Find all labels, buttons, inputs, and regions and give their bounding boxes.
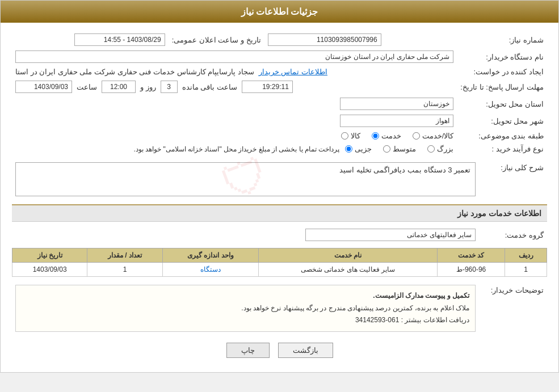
purchase-type-mid-label: متوسط (393, 145, 416, 153)
buyer-note-line-3: دریافت اطلاعات بیشتر : 061-34142593 (22, 314, 469, 327)
need-description-value: 🛡 تعمیر 3 دستگاه بمب دیافراگمی تخلیه اسی… (12, 160, 479, 199)
category-option-kala-label: کالا (351, 132, 360, 140)
col-service-name: نام خدمت (259, 248, 438, 263)
buyer-note-line-1: تکمیل و پیوست مدارک الزامیست. (22, 290, 469, 302)
delivery-city-input: اهواز (340, 115, 453, 127)
category-option-khadmat[interactable]: خدمت (372, 132, 401, 140)
button-row: بازگشت چاپ (12, 343, 547, 358)
category-label: طبقه بندی موضوعی: (457, 129, 547, 142)
delivery-city-value: اهواز (12, 112, 457, 129)
col-unit: واحد اندازه گیری (162, 248, 258, 263)
purchase-type-note: پرداخت تمام یا بخشی از مبلغ خریداز محل "… (133, 145, 339, 153)
page-header: جزئیات اطلاعات نیاز (1, 1, 558, 23)
need-number-input: 1103093985007996 (268, 33, 381, 46)
need-number-value: 1103093985007996 (264, 31, 457, 48)
cell-1: 960-96-ط (438, 263, 505, 277)
cell-5: 1403/09/03 (12, 263, 87, 277)
need-number-label: شماره نیاز: (457, 31, 547, 48)
purchase-type-row: بزرگ متوسط جزیی پ (12, 142, 457, 155)
service-group-table: گروه خدمت: سایر فعالیتهای خدماتی (12, 226, 547, 243)
back-button[interactable]: بازگشت (278, 343, 333, 358)
buyer-notes-table: توضیحات خریدار: تکمیل و پیوست مدارک الزا… (12, 283, 547, 334)
buyer-notes-value: تکمیل و پیوست مدارک الزامیست. ملاک اعلام… (12, 283, 479, 334)
contact-link[interactable]: اطلاعات تماس خریدار (259, 68, 327, 76)
buyer-org-value: شرکت ملی حفاری ایران در استان خوزستان (12, 48, 457, 65)
requester-label: ایجاد کننده در خواست: (457, 65, 547, 78)
purchase-type-radio-group: بزرگ متوسط جزیی (345, 145, 453, 153)
reply-deadline-label: مهلت ارسال پاسخ: تا تاریخ: (457, 78, 547, 95)
cell-0: 1 (505, 263, 547, 277)
purchase-type-radio-big[interactable] (427, 145, 435, 153)
buyer-notes-label: توضیحات خریدار: (479, 283, 547, 334)
requester-text: سجاد پارسایپام کارشناس خدمات فنی حفاری ش… (15, 68, 254, 76)
service-group-value: سایر فعالیتهای خدماتی (12, 226, 479, 243)
announcement-datetime-label: تاریخ و ساعت اعلان عمومی: (169, 31, 264, 48)
category-option-kala[interactable]: کالا (341, 132, 360, 140)
reply-remaining-time: 19:29:11 (242, 81, 293, 93)
col-date: تاریخ نیاز (12, 248, 87, 263)
cell-3: دستگاه (162, 263, 258, 277)
buyer-org-input: شرکت ملی حفاری ایران در استان خوزستان (15, 50, 453, 63)
purchase-type-small[interactable]: جزیی (345, 145, 372, 153)
category-radio-kala[interactable] (341, 132, 348, 140)
print-button[interactable]: چاپ (226, 343, 270, 358)
reply-remaining-label: ساعت باقی مانده (182, 83, 237, 91)
info-table: شماره نیاز: 1103093985007996 تاریخ و ساع… (12, 31, 547, 155)
reply-time-value: 12:00 (102, 81, 136, 93)
page-title: جزئیات اطلاعات نیاز (241, 7, 318, 16)
delivery-province-value: خوزستان (12, 95, 457, 112)
delivery-city-label: شهر محل تحویل: (457, 112, 547, 129)
announcement-datetime-input: 1403/08/29 - 14:55 (74, 33, 165, 46)
buyer-org-label: نام دستگاه خریدار: (457, 48, 547, 65)
category-radio-khadmat[interactable] (372, 132, 379, 140)
need-description-table: شرح کلی نیاز: 🛡 تعمیر 3 دستگاه بمب دیافر… (12, 160, 547, 199)
purchase-type-big[interactable]: بزرگ (427, 145, 453, 153)
category-row: کالا/خدمت خدمت کالا (12, 129, 457, 142)
reply-date-value: 1403/09/03 (15, 81, 72, 93)
purchase-type-radio-mid[interactable] (383, 145, 390, 153)
reply-deadline-row: 19:29:11 ساعت باقی مانده 3 روز و 12:00 س… (12, 78, 457, 95)
table-row: 1960-96-طسایر فعالیت های خدماتی شخصیدستگ… (12, 263, 547, 277)
purchase-type-big-label: بزرگ (437, 145, 453, 153)
services-section-title: اطلاعات خدمات مورد نیاز (12, 204, 547, 222)
delivery-province-input: خوزستان (340, 98, 453, 110)
reply-days-value: 3 (161, 81, 178, 93)
category-option-kala-khadmat[interactable]: کالا/خدمت (413, 132, 454, 140)
category-option-kala-khadmat-label: کالا/خدمت (422, 132, 454, 140)
requester-value: اطلاعات تماس خریدار سجاد پارسایپام کارشن… (12, 65, 457, 78)
col-quantity: تعداد / مقدار (87, 248, 162, 263)
cell-4: 1 (87, 263, 162, 277)
page-wrapper: جزئیات اطلاعات نیاز شماره نیاز: 11030939… (0, 0, 559, 373)
category-radio-kala-khadmat[interactable] (413, 132, 420, 140)
col-row-num: ردیف (505, 248, 547, 263)
purchase-type-radio-small[interactable] (345, 145, 352, 153)
purchase-type-small-label: جزیی (355, 145, 372, 153)
category-option-khadmat-label: خدمت (381, 132, 401, 140)
purchase-type-label: نوع فرآیند خرید : (457, 142, 547, 155)
service-group-input: سایر فعالیتهای خدماتی (305, 229, 476, 241)
buyer-notes-box: تکمیل و پیوست مدارک الزامیست. ملاک اعلام… (15, 285, 476, 332)
need-description-label: شرح کلی نیاز: (479, 160, 547, 199)
cell-2: سایر فعالیت های خدماتی شخصی (259, 263, 438, 277)
service-group-label: گروه خدمت: (479, 226, 547, 243)
reply-time-label: ساعت (77, 83, 97, 91)
buyer-note-line-2: ملاک اعلام به برنده، کمترین درصد پیشنهاد… (22, 302, 469, 315)
reply-days-label: روز و (140, 83, 156, 91)
need-description-text: تعمیر 3 دستگاه بمب دیافراگمی تخلیه اسید (339, 166, 470, 174)
announcement-datetime-value: 1403/08/29 - 14:55 (12, 31, 169, 48)
purchase-type-mid[interactable]: متوسط (383, 145, 416, 153)
delivery-province-label: استان محل تحویل: (457, 95, 547, 112)
col-service-code: کد خدمت (438, 248, 505, 263)
watermark-shield: 🛡 (215, 147, 276, 212)
services-table: ردیف کد خدمت نام خدمت واحد اندازه گیری ت… (12, 248, 547, 277)
category-radio-group: کالا/خدمت خدمت کالا (15, 132, 453, 140)
content-area: شماره نیاز: 1103093985007996 تاریخ و ساع… (1, 23, 558, 372)
